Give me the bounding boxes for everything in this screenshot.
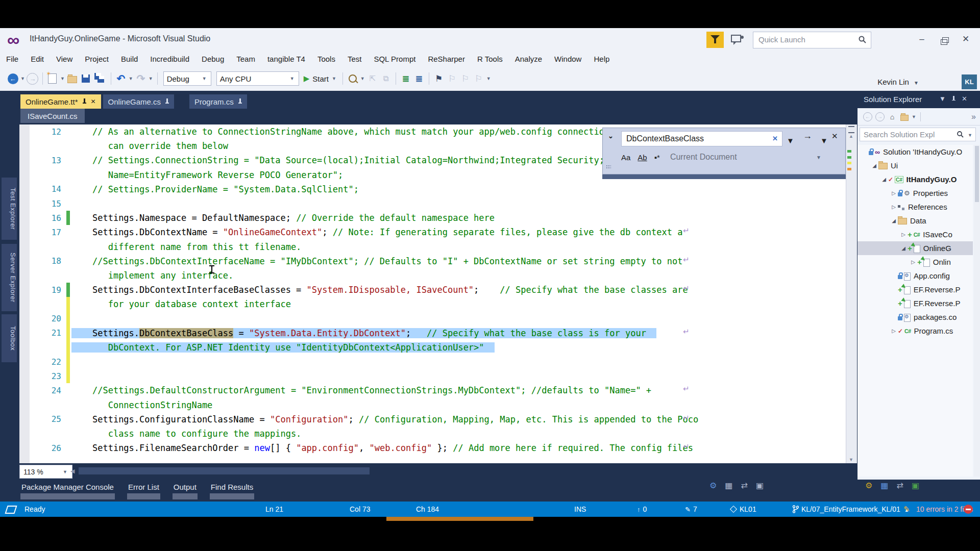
- tab-onlinegame-tt[interactable]: OnlineGame.tt*✕: [20, 94, 101, 109]
- pin-icon[interactable]: [83, 98, 86, 105]
- panel-dropdown-icon[interactable]: ▼: [939, 95, 946, 103]
- quick-launch-input[interactable]: Quick Launch: [753, 32, 871, 48]
- code-line[interactable]: 17 Settings.DbContextName = "OnlineGameC…: [19, 225, 846, 239]
- tab-close-icon[interactable]: ✕: [91, 98, 96, 105]
- tray-box-icon[interactable]: ▣: [912, 481, 919, 490]
- close-button[interactable]: ✕: [958, 31, 974, 47]
- horizontal-scrollbar-thumb[interactable]: [79, 467, 370, 474]
- navigate-back-icon[interactable]: ←: [6, 72, 19, 85]
- menu-edit[interactable]: Edit: [24, 51, 50, 67]
- expander-open-icon[interactable]: ◢: [870, 163, 878, 168]
- side-tab-test-explorer[interactable]: Test Explorer: [2, 178, 17, 240]
- code-line[interactable]: 25 Settings.ConfigurationClassName = "Co…: [19, 412, 846, 427]
- search-options-dropdown-icon[interactable]: ▼: [968, 133, 972, 138]
- tree-item-solution-ithandyguy-o[interactable]: ∞Solution 'ItHandyGuy.O: [857, 145, 973, 159]
- regex-toggle[interactable]: ▪*: [654, 153, 660, 162]
- menu-sql-prompt[interactable]: SQL Prompt: [368, 51, 422, 67]
- code-line[interactable]: 24 //Settings.DefaultConstructorArgument…: [19, 383, 846, 397]
- menu-r-tools[interactable]: R Tools: [471, 51, 509, 67]
- code-line[interactable]: class name to configure the mappings.: [19, 427, 846, 441]
- tray-swap-icon[interactable]: ⇄: [896, 481, 903, 490]
- tree-item-properties[interactable]: ▷⚙Properties: [857, 186, 973, 200]
- expander-open-icon[interactable]: ◢: [880, 177, 888, 182]
- bottom-tab-find-results[interactable]: Find Results: [210, 483, 254, 499]
- find-in-files-icon[interactable]: [346, 72, 359, 85]
- solution-explorer-scrollbar[interactable]: [974, 145, 980, 477]
- menu-tools[interactable]: Tools: [311, 51, 341, 67]
- menu-test[interactable]: Test: [341, 51, 368, 67]
- sync-with-active-document-icon[interactable]: [898, 111, 911, 123]
- tree-item-data[interactable]: ◢Data: [857, 214, 973, 228]
- pin-icon[interactable]: [952, 96, 955, 102]
- tree-item-app-config[interactable]: App.config: [857, 269, 973, 283]
- tree-item-ef-reverse-p[interactable]: +EF.Reverse.P: [857, 283, 973, 296]
- menu-help[interactable]: Help: [587, 51, 616, 67]
- menu-incredibuild[interactable]: Incredibuild: [144, 51, 195, 67]
- side-tab-toolbox[interactable]: Toolbox: [2, 314, 17, 362]
- save-all-icon[interactable]: [92, 72, 108, 85]
- expander-closed-icon[interactable]: ▷: [909, 259, 917, 265]
- menu-project[interactable]: Project: [79, 51, 115, 67]
- find-next-icon[interactable]: →: [803, 131, 812, 141]
- find-dropdown-icon[interactable]: ▼: [360, 76, 365, 81]
- notifications-filter-icon[interactable]: [706, 32, 724, 48]
- solution-platform-select[interactable]: Any CPU▼: [216, 71, 299, 86]
- redo-dropdown-icon[interactable]: ▼: [149, 76, 153, 81]
- expander-closed-icon[interactable]: ▷: [890, 328, 898, 334]
- tray-gear-icon[interactable]: ⚙: [709, 481, 717, 490]
- menu-window[interactable]: Window: [548, 51, 587, 67]
- find-expand-chevron-icon[interactable]: ⌄: [608, 132, 614, 140]
- code-line[interactable]: 14 // Settings.ProviderName = "System.Da…: [19, 182, 846, 196]
- code-line[interactable]: 18 //Settings.DbContextInterfaceName = "…: [19, 254, 846, 268]
- tray-box-icon[interactable]: ▣: [756, 481, 764, 490]
- branch[interactable]: KL/07_EntityFramework_KL/01▲: [792, 502, 909, 518]
- bottom-tab-output[interactable]: Output: [173, 483, 198, 499]
- tray-grid-icon[interactable]: ▦: [725, 481, 732, 490]
- menu-debug[interactable]: Debug: [195, 51, 230, 67]
- minimize-button[interactable]: –: [914, 31, 930, 47]
- menu-analyze[interactable]: Analyze: [509, 51, 548, 67]
- tree-item-packages-co[interactable]: packages.co: [857, 310, 973, 324]
- menu-resharper[interactable]: ReSharper: [422, 51, 471, 67]
- se-toolbar-overflow-icon[interactable]: »: [971, 112, 976, 121]
- tree-item-onlin[interactable]: ▷+Onlin: [857, 255, 973, 269]
- home-icon[interactable]: ⌂: [886, 111, 898, 123]
- code-line[interactable]: for your database context interface: [19, 297, 846, 311]
- zoom-level-select[interactable]: 113 % ▼: [19, 465, 72, 479]
- open-file-icon[interactable]: [66, 72, 79, 85]
- tree-item-onlineg[interactable]: ◢+OnlineG: [857, 241, 973, 255]
- code-line[interactable]: 16 Settings.Namespace = DefaultNamespace…: [19, 211, 846, 225]
- code-line[interactable]: different name from this tt filename.: [19, 240, 846, 254]
- menu-view[interactable]: View: [50, 51, 79, 67]
- code-line[interactable]: 19 Settings.DbContextInterfaceBaseClasse…: [19, 283, 846, 297]
- code-line[interactable]: DbContext. For ASP.NET Identity use "Ide…: [19, 340, 846, 355]
- undo-dropdown-icon[interactable]: ▼: [129, 76, 133, 81]
- tab-isavecount-cs[interactable]: ISaveCount.cs: [20, 109, 85, 123]
- tree-item-ithandyguy-o[interactable]: ◢✓C#ItHandyGuy.O: [857, 172, 973, 186]
- splitter-grip-icon[interactable]: [848, 126, 854, 133]
- tree-item-program-cs[interactable]: ▷✓C#Program.cs: [857, 324, 973, 338]
- match-case-toggle[interactable]: Aa: [621, 153, 630, 162]
- expander-closed-icon[interactable]: ▷: [899, 232, 908, 237]
- code-line[interactable]: 23: [19, 369, 846, 383]
- scroll-down-icon[interactable]: ▼: [849, 457, 853, 462]
- back-dropdown-icon[interactable]: ▼: [20, 76, 25, 81]
- tree-item-references[interactable]: ▷References: [857, 200, 973, 214]
- pending-pushes[interactable]: ↑0: [637, 502, 647, 517]
- close-find-icon[interactable]: ✕: [831, 132, 838, 141]
- clear-search-icon[interactable]: ✕: [772, 135, 778, 142]
- expander-open-icon[interactable]: ◢: [890, 218, 898, 223]
- menu-build[interactable]: Build: [115, 51, 144, 67]
- selection-icon[interactable]: ⇱: [366, 72, 379, 85]
- tree-item-isaveco[interactable]: ▷+C#ISaveCo: [857, 228, 973, 241]
- scope-dropdown-icon[interactable]: ▼: [816, 155, 821, 160]
- toggle-bookmark-icon[interactable]: ⚑: [432, 72, 446, 85]
- scroll-left-icon[interactable]: ◀: [70, 468, 75, 474]
- code-line[interactable]: 15: [19, 196, 846, 211]
- tab-program-cs[interactable]: Program.cs: [189, 94, 247, 109]
- code-line[interactable]: 22: [19, 355, 846, 369]
- decrease-indent-icon[interactable]: ≣: [399, 72, 412, 85]
- find-next-dropdown-icon[interactable]: ▼: [820, 136, 828, 145]
- restore-button[interactable]: [936, 31, 952, 47]
- expander-closed-icon[interactable]: ▷: [890, 204, 898, 210]
